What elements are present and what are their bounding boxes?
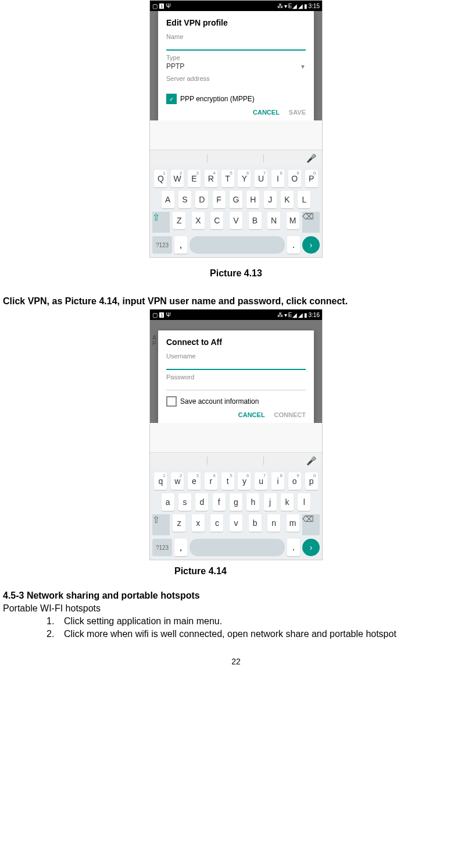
key[interactable]: U7	[255, 170, 267, 187]
numeric-key[interactable]: ?123	[152, 236, 172, 254]
key[interactable]: l	[298, 493, 310, 511]
list-item: 1. Click setting application in main men…	[47, 616, 469, 627]
key[interactable]: m	[287, 514, 299, 532]
key[interactable]: v	[230, 514, 242, 532]
key[interactable]: N	[267, 212, 280, 229]
section-subheading: Portable WI-FI hotspots	[3, 603, 469, 614]
space-key[interactable]	[189, 236, 285, 254]
comma-key[interactable]: ,	[174, 236, 187, 254]
key[interactable]: Y6	[238, 170, 251, 187]
dropdown-arrow-icon: ▼	[300, 63, 306, 70]
dialog-title: Connect to Aff	[166, 337, 306, 347]
cancel-button[interactable]: CANCEL	[238, 411, 265, 418]
server-label: Server address	[166, 75, 306, 82]
key[interactable]: T5	[221, 170, 234, 187]
key[interactable]: X	[192, 212, 205, 229]
key[interactable]: g	[230, 493, 242, 511]
key[interactable]: x	[192, 514, 205, 532]
key[interactable]: E3	[188, 170, 201, 187]
cancel-button[interactable]: CANCEL	[253, 109, 280, 116]
wifi-icon: ▾	[284, 312, 287, 318]
key[interactable]: V	[230, 212, 242, 229]
mic-icon[interactable]: 🎤	[306, 456, 316, 465]
key[interactable]: q1	[154, 472, 167, 490]
key[interactable]: b	[249, 514, 262, 532]
screenshot-edit-vpn: ▢ 1 Ψ ⁂ ▾ E◢ ◢ ▮ 3:15 Edit VPN profile N…	[149, 0, 323, 258]
status-bar: ▢ 1 Ψ ⁂ ▾ E◢ ◢ ▮ 3:16	[150, 310, 322, 320]
key[interactable]: S	[178, 191, 191, 208]
enter-key[interactable]: ›	[302, 236, 320, 254]
signal-icon: ◢	[298, 3, 303, 9]
key[interactable]: c	[210, 514, 223, 532]
period-key[interactable]: .	[287, 236, 300, 254]
key[interactable]: F	[213, 191, 226, 208]
caption-4-14: Picture 4.14	[3, 566, 469, 577]
key[interactable]: h	[246, 493, 259, 511]
key[interactable]: W2	[171, 170, 184, 187]
key[interactable]: K	[281, 191, 294, 208]
name-input[interactable]	[166, 40, 306, 51]
image-icon: ▢	[152, 312, 158, 318]
bluetooth-icon: ⁂	[277, 312, 283, 318]
key[interactable]: L	[298, 191, 310, 208]
key[interactable]: P0	[305, 170, 318, 187]
key[interactable]: C	[210, 212, 223, 229]
key[interactable]: A	[162, 191, 174, 208]
mic-icon[interactable]: 🎤	[306, 154, 316, 163]
key[interactable]: i8	[271, 472, 284, 490]
key[interactable]: o9	[288, 472, 301, 490]
key[interactable]: D	[195, 191, 208, 208]
period-key[interactable]: .	[287, 539, 300, 556]
enter-key[interactable]: ›	[302, 539, 320, 556]
key[interactable]: M	[287, 212, 299, 229]
key[interactable]: y6	[238, 472, 251, 490]
key[interactable]: p0	[305, 472, 318, 490]
edit-vpn-dialog: Edit VPN profile Name Type PPTP ▼ Server…	[158, 11, 314, 120]
key[interactable]: j	[264, 493, 277, 511]
shift-key[interactable]: ⇧	[152, 212, 170, 233]
key[interactable]: a	[162, 493, 174, 511]
key[interactable]: n	[267, 514, 280, 532]
key[interactable]: z	[173, 514, 185, 532]
key[interactable]: B	[249, 212, 262, 229]
backspace-key[interactable]: ⌫	[302, 212, 320, 233]
suggestion-bar: 🎤	[150, 452, 322, 469]
status-bar: ▢ 1 Ψ ⁂ ▾ E◢ ◢ ▮ 3:15	[150, 1, 322, 11]
key[interactable]: k	[281, 493, 294, 511]
username-input[interactable]	[166, 360, 306, 370]
key[interactable]: t5	[221, 472, 234, 490]
save-account-checkbox[interactable]: Save account information	[166, 396, 306, 407]
key[interactable]: e3	[188, 472, 201, 490]
key[interactable]: G	[230, 191, 242, 208]
backspace-key[interactable]: ⌫	[302, 514, 320, 535]
bluetooth-icon: ⁂	[277, 3, 283, 9]
password-input[interactable]	[166, 380, 306, 390]
key[interactable]: s	[178, 493, 191, 511]
key[interactable]: Q1	[154, 170, 167, 187]
key[interactable]: w2	[171, 472, 184, 490]
key[interactable]: r4	[205, 472, 217, 490]
key[interactable]: R4	[205, 170, 217, 187]
space-key[interactable]	[189, 539, 285, 556]
caption-4-13: Picture 4.13	[3, 268, 469, 279]
save-button[interactable]: SAVE	[289, 109, 306, 116]
dialog-title: Edit VPN profile	[166, 18, 306, 27]
type-dropdown[interactable]: PPTP ▼	[166, 61, 306, 72]
key[interactable]: u7	[255, 472, 267, 490]
key[interactable]: O9	[288, 170, 301, 187]
ppp-encryption-checkbox[interactable]: ✓ PPP encryption (MPPE)	[166, 94, 306, 104]
connect-button[interactable]: CONNECT	[274, 411, 306, 418]
type-label: Type	[166, 54, 306, 61]
key[interactable]: I8	[271, 170, 284, 187]
numeric-key[interactable]: ?123	[152, 539, 172, 556]
key[interactable]: f	[213, 493, 226, 511]
key[interactable]: J	[264, 191, 277, 208]
key[interactable]: d	[195, 493, 208, 511]
key[interactable]: H	[246, 191, 259, 208]
signal-e-icon: E◢	[288, 312, 297, 318]
screenshot-connect-vpn: ▢ 1 Ψ ⁂ ▾ E◢ ◢ ▮ 3:16 A P Connect to Aff…	[149, 309, 323, 560]
key[interactable]: Z	[173, 212, 185, 229]
instruction-paragraph: Click VPN, as Picture 4.14, input VPN us…	[3, 296, 469, 307]
comma-key[interactable]: ,	[174, 539, 187, 556]
shift-key[interactable]: ⇧	[152, 514, 170, 535]
